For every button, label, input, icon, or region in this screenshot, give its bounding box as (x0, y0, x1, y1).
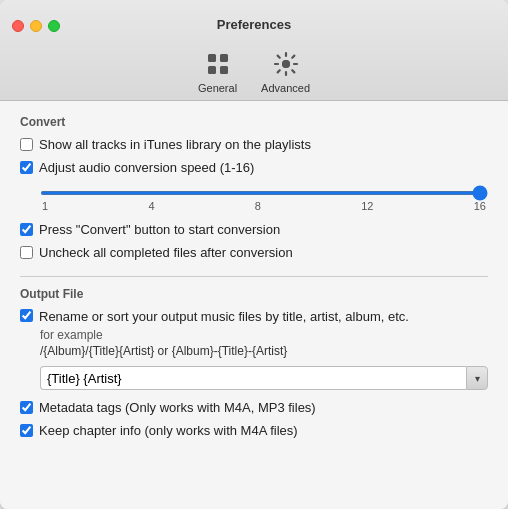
slider-label-12: 12 (361, 200, 373, 212)
advanced-tab-label: Advanced (261, 82, 310, 94)
template-input-row: ▾ (40, 366, 488, 390)
adjust-audio-speed-label[interactable]: Adjust audio conversion speed (1-16) (39, 160, 254, 175)
close-button[interactable] (12, 20, 24, 32)
adjust-audio-speed-row: Adjust audio conversion speed (1-16) (20, 160, 488, 175)
rename-sort-label[interactable]: Rename or sort your output music files b… (39, 309, 409, 324)
svg-rect-2 (208, 66, 216, 74)
rename-sort-row: Rename or sort your output music files b… (20, 309, 488, 324)
output-section: Output File Rename or sort your output m… (20, 287, 488, 438)
uncheck-completed-checkbox[interactable] (20, 246, 33, 259)
keep-chapter-checkbox[interactable] (20, 424, 33, 437)
show-all-tracks-label[interactable]: Show all tracks in iTunes library on the… (39, 137, 311, 152)
template-dropdown-button[interactable]: ▾ (466, 366, 488, 390)
uncheck-completed-label[interactable]: Uncheck all completed files after conver… (39, 245, 293, 260)
slider-label-16: 16 (474, 200, 486, 212)
keep-chapter-label[interactable]: Keep chapter info (only works with M4A f… (39, 423, 298, 438)
keep-chapter-row: Keep chapter info (only works with M4A f… (20, 423, 488, 438)
rename-sort-checkbox[interactable] (20, 309, 33, 322)
speed-slider[interactable] (40, 191, 488, 195)
svg-rect-0 (208, 54, 216, 62)
example-path-text: /{Album}/{Title}{Artist} or {Album}-{Tit… (40, 344, 488, 358)
slider-labels: 1 4 8 12 16 (40, 200, 488, 212)
press-convert-checkbox[interactable] (20, 223, 33, 236)
svg-rect-3 (220, 66, 228, 74)
press-convert-row: Press "Convert" button to start conversi… (20, 222, 488, 237)
show-all-tracks-checkbox[interactable] (20, 138, 33, 151)
for-example-text: for example (40, 328, 488, 342)
tab-advanced[interactable]: Advanced (249, 44, 322, 100)
metadata-tags-checkbox[interactable] (20, 401, 33, 414)
convert-section: Convert Show all tracks in iTunes librar… (20, 115, 488, 260)
preferences-window: Preferences General (0, 0, 508, 509)
tab-general[interactable]: General (186, 44, 249, 100)
show-all-tracks-row: Show all tracks in iTunes library on the… (20, 137, 488, 152)
output-section-label: Output File (20, 287, 488, 301)
section-divider (20, 276, 488, 277)
content-area: Convert Show all tracks in iTunes librar… (0, 101, 508, 509)
maximize-button[interactable] (48, 20, 60, 32)
chevron-down-icon: ▾ (475, 373, 480, 384)
uncheck-completed-row: Uncheck all completed files after conver… (20, 245, 488, 260)
slider-label-1: 1 (42, 200, 48, 212)
toolbar: General Advanced (186, 38, 322, 100)
traffic-lights (12, 20, 60, 32)
press-convert-label[interactable]: Press "Convert" button to start conversi… (39, 222, 280, 237)
slider-label-8: 8 (255, 200, 261, 212)
speed-slider-container: 1 4 8 12 16 (40, 183, 488, 212)
template-input[interactable] (40, 366, 466, 390)
minimize-button[interactable] (30, 20, 42, 32)
window-title: Preferences (217, 17, 291, 32)
gear-icon (270, 48, 302, 80)
metadata-tags-row: Metadata tags (Only works with M4A, MP3 … (20, 400, 488, 415)
adjust-audio-speed-checkbox[interactable] (20, 161, 33, 174)
general-tab-label: General (198, 82, 237, 94)
slider-label-4: 4 (148, 200, 154, 212)
general-icon (202, 48, 234, 80)
metadata-tags-label[interactable]: Metadata tags (Only works with M4A, MP3 … (39, 400, 316, 415)
title-bar: Preferences General (0, 0, 508, 101)
title-bar-top: Preferences (0, 10, 508, 38)
convert-section-label: Convert (20, 115, 488, 129)
svg-rect-1 (220, 54, 228, 62)
